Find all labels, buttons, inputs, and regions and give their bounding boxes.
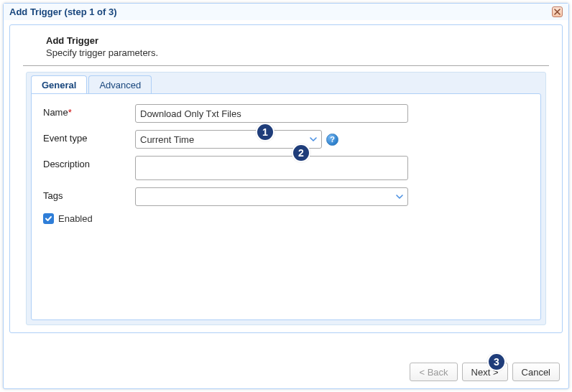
check-icon [45,215,52,223]
wizard-footer: < Back Next > Cancel [6,360,566,386]
label-enabled: Enabled [58,213,93,224]
help-icon[interactable]: ? [326,134,338,146]
tab-strip: General Advanced [27,73,545,94]
tab-body-general: Name* Event type [31,93,541,320]
label-name-text: Name [43,107,68,118]
event-type-select[interactable] [135,130,322,149]
wizard-heading-title: Add Trigger [46,35,550,46]
row-event-type: Event type ? [43,130,529,149]
row-enabled: Enabled [43,213,529,224]
enabled-checkbox[interactable] [43,213,54,224]
tags-input[interactable] [135,187,408,206]
titlebar: Add Trigger (step 1 of 3) [4,4,568,20]
tab-advanced[interactable]: Advanced [88,75,152,94]
label-name: Name* [43,104,135,118]
divider [23,65,549,66]
description-input[interactable] [135,156,408,180]
next-button[interactable]: Next > [462,363,508,381]
window-title: Add Trigger (step 1 of 3) [9,6,117,17]
wizard-content-frame: Add Trigger Specify trigger parameters. … [9,24,563,333]
tab-general[interactable]: General [31,75,87,94]
label-tags: Tags [43,187,135,201]
row-name: Name* [43,104,529,123]
label-description: Description [43,156,135,169]
cancel-button[interactable]: Cancel [512,363,560,381]
wizard-heading: Add Trigger Specify trigger parameters. [22,35,550,65]
wizard-window: Add Trigger (step 1 of 3) Add Trigger Sp… [3,3,569,389]
tags-select[interactable] [135,187,408,206]
chevron-down-icon[interactable] [392,188,407,205]
required-mark: * [68,107,72,118]
row-tags: Tags [43,187,529,206]
wizard-heading-subtitle: Specify trigger parameters. [46,47,550,58]
back-button[interactable]: < Back [410,363,457,381]
close-button[interactable] [552,6,563,17]
label-event-type: Event type [43,130,135,144]
event-type-value[interactable] [135,130,322,149]
close-icon [554,9,561,15]
chevron-down-icon[interactable] [305,131,321,148]
row-description: Description [43,156,529,180]
tab-panel-frame: General Advanced Name* Event type [26,72,546,325]
name-input[interactable] [135,104,408,123]
